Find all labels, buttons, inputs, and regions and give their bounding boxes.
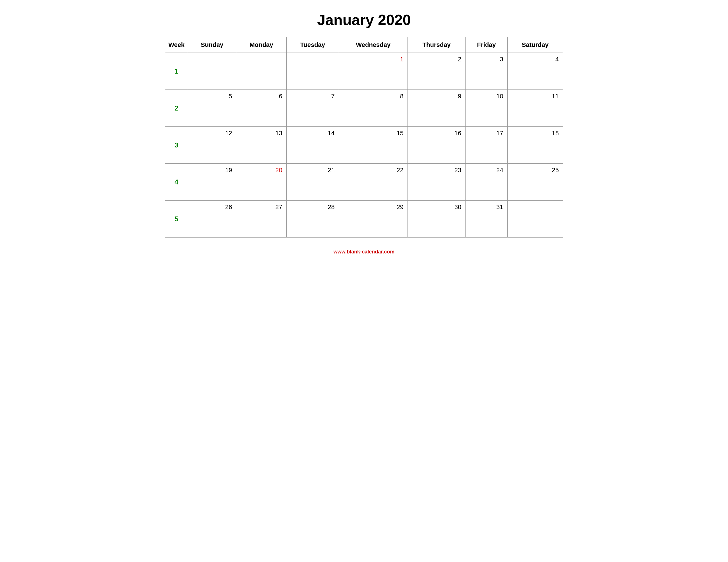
col-header-tuesday: Tuesday (286, 37, 339, 53)
day-cell-week3-2: 14 (286, 127, 339, 164)
day-cell-week4-4: 23 (408, 164, 465, 201)
day-cell-week4-2: 21 (286, 164, 339, 201)
day-cell-week1-2 (286, 53, 339, 90)
day-cell-week4-5: 24 (466, 164, 507, 201)
day-cell-week1-0 (188, 53, 236, 90)
day-cell-week1-6: 4 (507, 53, 563, 90)
week-number-2: 2 (165, 90, 188, 127)
day-cell-week2-2: 7 (286, 90, 339, 127)
header-row: WeekSundayMondayTuesdayWednesdayThursday… (165, 37, 563, 53)
day-cell-week5-5: 31 (466, 201, 507, 238)
day-cell-week2-0: 5 (188, 90, 236, 127)
col-header-sunday: Sunday (188, 37, 236, 53)
day-cell-week2-1: 6 (236, 90, 286, 127)
day-cell-week1-4: 2 (408, 53, 465, 90)
col-header-week: Week (165, 37, 188, 53)
week-number-4: 4 (165, 164, 188, 201)
day-cell-week2-3: 8 (339, 90, 408, 127)
day-cell-week5-4: 30 (408, 201, 465, 238)
day-cell-week4-1: 20 (236, 164, 286, 201)
week-row-1: 11234 (165, 53, 563, 90)
calendar-wrapper: WeekSundayMondayTuesdayWednesdayThursday… (165, 37, 563, 238)
day-cell-week3-3: 15 (339, 127, 408, 164)
col-header-thursday: Thursday (408, 37, 465, 53)
day-cell-week5-3: 29 (339, 201, 408, 238)
day-cell-week3-4: 16 (408, 127, 465, 164)
calendar-table: WeekSundayMondayTuesdayWednesdayThursday… (165, 37, 563, 238)
col-header-monday: Monday (236, 37, 286, 53)
day-cell-week1-5: 3 (466, 53, 507, 90)
day-cell-week5-1: 27 (236, 201, 286, 238)
week-number-3: 3 (165, 127, 188, 164)
col-header-wednesday: Wednesday (339, 37, 408, 53)
day-cell-week1-1 (236, 53, 286, 90)
day-cell-week4-6: 25 (507, 164, 563, 201)
col-header-friday: Friday (466, 37, 507, 53)
day-cell-week2-4: 9 (408, 90, 465, 127)
day-cell-week4-3: 22 (339, 164, 408, 201)
day-cell-week5-2: 28 (286, 201, 339, 238)
day-cell-week3-5: 17 (466, 127, 507, 164)
week-number-5: 5 (165, 201, 188, 238)
day-cell-week5-6 (507, 201, 563, 238)
week-number-1: 1 (165, 53, 188, 90)
page-title: January 2020 (317, 11, 411, 28)
col-header-saturday: Saturday (507, 37, 563, 53)
day-cell-week5-0: 26 (188, 201, 236, 238)
week-row-3: 312131415161718 (165, 127, 563, 164)
day-cell-week3-1: 13 (236, 127, 286, 164)
day-cell-week3-0: 12 (188, 127, 236, 164)
week-row-4: 419202122232425 (165, 164, 563, 201)
week-row-2: 2567891011 (165, 90, 563, 127)
day-cell-week1-3: 1 (339, 53, 408, 90)
day-cell-week4-0: 19 (188, 164, 236, 201)
week-row-5: 5262728293031 (165, 201, 563, 238)
day-cell-week3-6: 18 (507, 127, 563, 164)
day-cell-week2-5: 10 (466, 90, 507, 127)
day-cell-week2-6: 11 (507, 90, 563, 127)
footer-link[interactable]: www.blank-calendar.com (334, 249, 394, 255)
